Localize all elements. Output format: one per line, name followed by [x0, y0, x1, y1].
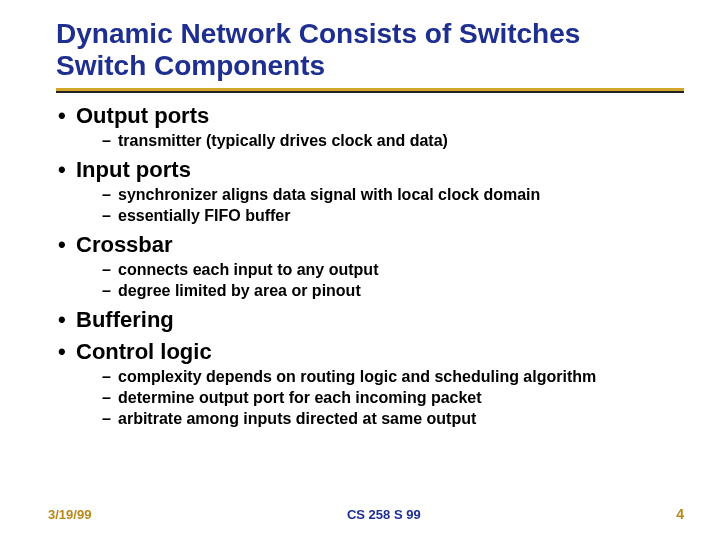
subbullet: connects each input to any output — [62, 260, 684, 280]
slide-footer: 3/19/99 CS 258 S 99 4 — [0, 506, 720, 522]
slide-title: Dynamic Network Consists of Switches Swi… — [56, 18, 684, 82]
bullet-output-ports: Output ports — [62, 103, 684, 129]
bullet-control-logic: Control logic — [62, 339, 684, 365]
footer-date: 3/19/99 — [48, 507, 91, 522]
slide-body: Output ports transmitter (typically driv… — [56, 103, 684, 429]
bullet-crossbar: Crossbar — [62, 232, 684, 258]
slide: Dynamic Network Consists of Switches Swi… — [0, 0, 720, 540]
bullet-input-ports: Input ports — [62, 157, 684, 183]
subbullet: essentially FIFO buffer — [62, 206, 684, 226]
subbullet: complexity depends on routing logic and … — [62, 367, 684, 387]
footer-page-number: 4 — [676, 506, 684, 522]
subbullet: synchronizer aligns data signal with loc… — [62, 185, 684, 205]
subbullet: arbitrate among inputs directed at same … — [62, 409, 684, 429]
footer-course: CS 258 S 99 — [347, 507, 421, 522]
title-line-2: Switch Components — [56, 50, 325, 81]
subbullet: degree limited by area or pinout — [62, 281, 684, 301]
subbullet: determine output port for each incoming … — [62, 388, 684, 408]
title-line-1: Dynamic Network Consists of Switches — [56, 18, 580, 49]
bullet-buffering: Buffering — [62, 307, 684, 333]
subbullet: transmitter (typically drives clock and … — [62, 131, 684, 151]
divider-dark — [56, 91, 684, 93]
